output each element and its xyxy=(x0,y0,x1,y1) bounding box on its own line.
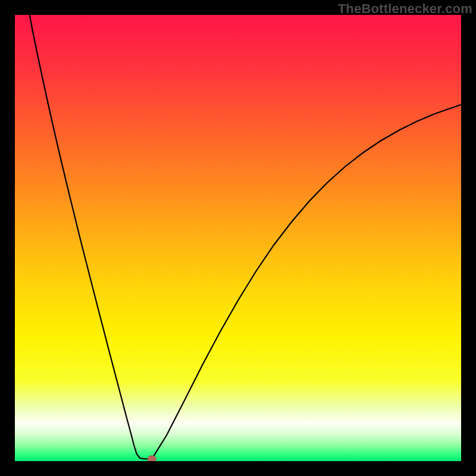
chart-canvas xyxy=(15,15,461,461)
optimum-marker xyxy=(148,456,156,461)
gradient-background xyxy=(15,15,461,461)
plot-area xyxy=(15,15,461,461)
watermark-text: TheBottlenecker.com xyxy=(338,1,472,17)
chart-frame: TheBottlenecker.com xyxy=(0,0,476,476)
